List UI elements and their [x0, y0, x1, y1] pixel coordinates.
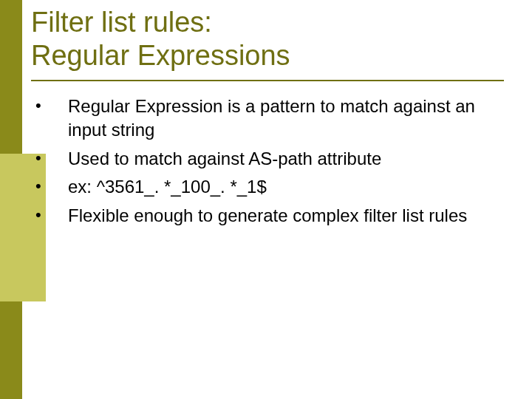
- list-item: • ex: ^3561_. *_100_. *_1$: [31, 175, 504, 199]
- list-item-text: Flexible enough to generate complex filt…: [68, 204, 504, 228]
- list-item: • Flexible enough to generate complex fi…: [31, 204, 504, 228]
- list-item-text: ex: ^3561_. *_100_. *_1$: [68, 175, 504, 199]
- bullet-icon: •: [31, 147, 68, 169]
- list-item-text: Regular Expression is a pattern to match…: [68, 95, 504, 143]
- list-item-text: Used to match against AS-path attribute: [68, 147, 504, 171]
- slide: Filter list rules: Regular Expressions •…: [0, 0, 532, 399]
- bullet-icon: •: [31, 95, 68, 117]
- title-rule: [31, 80, 504, 81]
- bullet-icon: •: [31, 175, 68, 197]
- slide-body: • Regular Expression is a pattern to mat…: [31, 95, 504, 232]
- title-line-2: Regular Expressions: [31, 40, 290, 71]
- list-item: • Regular Expression is a pattern to mat…: [31, 95, 504, 143]
- bullet-icon: •: [31, 204, 68, 226]
- slide-title: Filter list rules: Regular Expressions: [31, 6, 290, 72]
- title-line-1: Filter list rules:: [31, 7, 212, 38]
- list-item: • Used to match against AS-path attribut…: [31, 147, 504, 171]
